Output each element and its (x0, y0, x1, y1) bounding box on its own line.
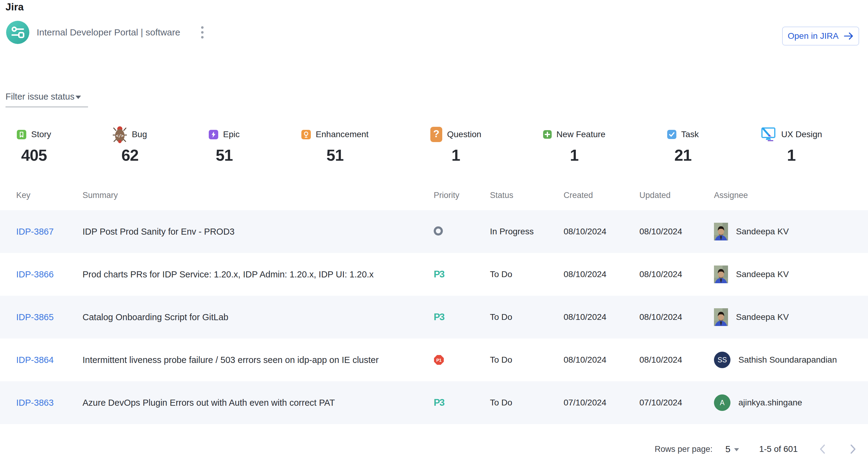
rows-per-page-select[interactable]: 5 (725, 444, 739, 454)
issue-assignee-cell: Sandeepa KV (714, 265, 859, 283)
table-header-row: Key Summary Priority Status Created Upda… (0, 180, 868, 210)
issue-updated: 08/10/2024 (640, 227, 714, 236)
issue-summary: IDP Post Prod Sanity for Env - PROD3 (83, 227, 434, 237)
issue-updated: 08/10/2024 (640, 269, 714, 279)
priority-p3-icon: P3 (434, 269, 444, 279)
table-row: IDP-3866Prod charts PRs for IDP Service:… (0, 253, 868, 296)
column-header-assignee: Assignee (714, 191, 859, 200)
issue-key-link[interactable]: IDP-3863 (16, 398, 54, 407)
assignee-name: ajinkya.shingane (738, 398, 802, 407)
assignee-avatar-photo (714, 265, 728, 283)
bug-icon: </> (113, 126, 127, 143)
issue-key-link[interactable]: IDP-3865 (16, 312, 54, 322)
priority-p1-icon: P1 (434, 355, 490, 365)
counter-value: 51 (209, 146, 240, 164)
issue-updated: 08/10/2024 (640, 355, 714, 365)
counter-label: Story (31, 130, 51, 139)
column-header-created: Created (564, 191, 640, 200)
project-name: Internal Developer Portal | software (37, 27, 180, 38)
counter-label: Bug (132, 130, 147, 139)
ux-design-icon (761, 127, 776, 142)
counter-label: New Feature (557, 130, 606, 139)
column-header-status: Status (490, 191, 564, 200)
assignee-name: Sandeepa KV (736, 269, 789, 279)
issue-status: To Do (490, 355, 564, 365)
priority-none-icon (434, 226, 443, 236)
issue-updated: 08/10/2024 (640, 312, 714, 322)
issue-summary: Catalog Onboarding Script for GitLab (83, 312, 434, 322)
issue-created: 08/10/2024 (564, 355, 640, 365)
assignee-avatar-initials: SS (714, 352, 731, 368)
column-header-priority: Priority (434, 191, 490, 200)
issues-table: Key Summary Priority Status Created Upda… (0, 180, 868, 424)
issue-summary: Azure DevOps Plugin Errors out with Auth… (83, 398, 434, 408)
rows-per-page-label: Rows per page: (655, 444, 712, 454)
table-row: IDP-3867IDP Post Prod Sanity for Env - P… (0, 210, 868, 253)
priority-p3-icon: P3 (434, 312, 444, 322)
issue-assignee-cell: Aajinkya.shingane (714, 394, 859, 411)
rows-per-page-value: 5 (725, 444, 731, 454)
next-page-button[interactable] (847, 442, 859, 457)
table-row: IDP-3865Catalog Onboarding Script for Gi… (0, 296, 868, 338)
counter-value: 51 (301, 146, 369, 164)
counter-question: ?Question1 (430, 125, 482, 164)
story-icon (17, 130, 26, 139)
pagination-range: 1-5 of 601 (759, 444, 798, 454)
svg-text:?: ? (433, 128, 439, 139)
enhancement-icon (301, 130, 311, 139)
issue-updated: 07/10/2024 (640, 398, 714, 407)
epic-icon (209, 130, 218, 139)
counter-value: 1 (761, 146, 822, 164)
jira-project-avatar-icon (6, 21, 29, 44)
filter-issue-status-label: Filter issue status (5, 92, 74, 102)
caret-down-icon (75, 96, 81, 99)
pagination-bar: Rows per page: 5 1-5 of 601 (655, 437, 859, 461)
issue-priority-cell: P3 (434, 269, 490, 280)
assignee-avatar-initials: A (714, 394, 731, 411)
open-in-jira-label: Open in JIRA (787, 31, 839, 41)
caret-down-icon (734, 448, 739, 451)
open-in-jira-button[interactable]: Open in JIRA (782, 27, 859, 45)
counter-value: 1 (543, 146, 606, 164)
chevron-left-icon (818, 443, 827, 455)
counter-label: Task (681, 130, 699, 139)
jira-widget: Jira Internal Developer Portal | softwar… (0, 0, 868, 465)
issue-assignee-cell: SSSathish Soundarapandian (714, 352, 859, 368)
issue-status: To Do (490, 269, 564, 279)
page-title: Jira (5, 1, 24, 13)
assignee-name: Sathish Soundarapandian (738, 355, 837, 365)
counter-label: Question (447, 130, 482, 139)
issue-created: 08/10/2024 (564, 312, 640, 322)
assignee-name: Sandeepa KV (736, 227, 789, 236)
issue-assignee-cell: Sandeepa KV (714, 308, 859, 326)
priority-badge-label: P1 (436, 358, 441, 363)
arrow-right-icon (844, 32, 854, 40)
counter-label: UX Design (781, 130, 822, 139)
new-feature-icon (543, 130, 552, 139)
assignee-avatar-photo (714, 308, 728, 326)
filter-issue-status-select[interactable]: Filter issue status (5, 92, 88, 107)
task-icon (667, 130, 676, 139)
issue-key-link[interactable]: IDP-3864 (16, 355, 54, 365)
counter-enhancement: Enhancement51 (301, 125, 369, 164)
counter-value: 405 (17, 146, 51, 164)
counter-bug: </>Bug62 (113, 125, 147, 164)
column-header-key: Key (16, 191, 83, 200)
issue-status: In Progress (490, 227, 564, 236)
svg-text:</>: </> (116, 133, 124, 138)
prev-page-button[interactable] (817, 442, 828, 457)
column-header-updated: Updated (640, 191, 714, 200)
issue-created: 07/10/2024 (564, 398, 640, 407)
issue-key-link[interactable]: IDP-3867 (16, 227, 54, 236)
issue-created: 08/10/2024 (564, 227, 640, 236)
kebab-menu-icon[interactable] (198, 23, 207, 41)
counter-new-feature: New Feature1 (543, 125, 606, 164)
issue-assignee-cell: Sandeepa KV (714, 223, 859, 240)
issue-priority-cell: P3 (434, 312, 490, 323)
issue-key-link[interactable]: IDP-3866 (16, 269, 54, 279)
issue-summary: Prod charts PRs for IDP Service: 1.20.x,… (83, 269, 434, 279)
counter-value: 1 (430, 146, 482, 164)
counter-value: 62 (113, 146, 147, 164)
issue-created: 08/10/2024 (564, 269, 640, 279)
assignee-name: Sandeepa KV (736, 312, 789, 322)
